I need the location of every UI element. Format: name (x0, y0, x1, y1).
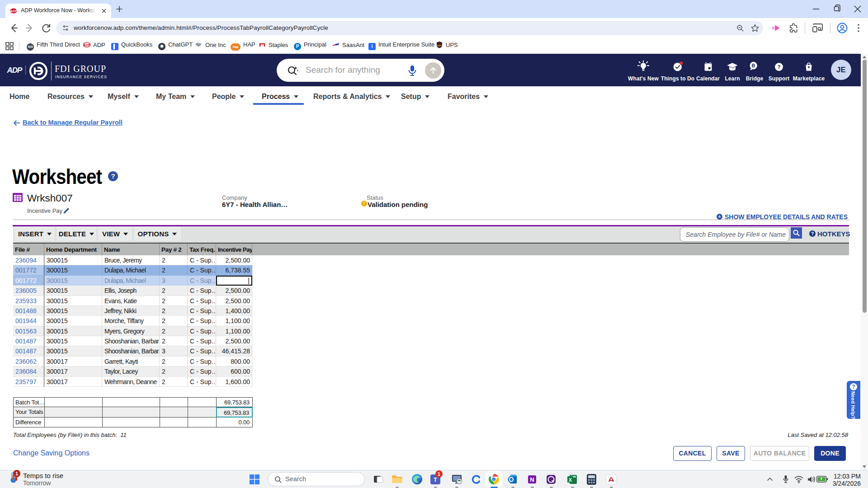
svg-text:X: X (569, 477, 572, 483)
svg-text:?: ? (777, 64, 780, 70)
svg-text:N: N (530, 476, 534, 483)
svg-text:ups: ups (437, 44, 442, 47)
svg-text:ADP: ADP (7, 66, 23, 75)
svg-text:ADP: ADP (83, 43, 90, 47)
svg-text:B: B (752, 63, 755, 68)
svg-text:T: T (434, 476, 437, 483)
svg-text:ADP: ADP (10, 9, 17, 13)
